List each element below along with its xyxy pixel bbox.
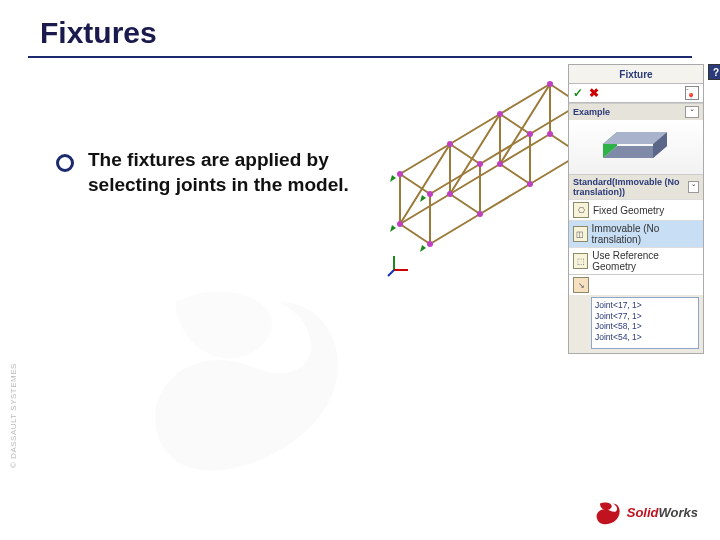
svg-point-10 <box>497 111 503 117</box>
bullet-item: The fixtures are applied by selecting jo… <box>56 148 388 197</box>
ds-watermark <box>60 250 420 510</box>
bullet-icon <box>56 154 74 172</box>
standard-label: Standard(Immovable (No translation)) <box>573 177 688 197</box>
svg-point-2 <box>497 161 503 167</box>
cancel-button[interactable]: ✖ <box>589 86 599 100</box>
fixed-geometry-icon: ⎔ <box>573 202 589 218</box>
ds-swoosh-icon <box>593 498 621 526</box>
panel-header: Fixture <box>569 65 703 84</box>
selection-icon: ↘ <box>573 277 589 293</box>
logo-works: Works <box>659 505 699 520</box>
list-item[interactable]: Joint<58, 1> <box>595 321 695 332</box>
type-label: Use Reference Geometry <box>592 250 699 272</box>
bullet-text: The fixtures are applied by selecting jo… <box>88 148 388 197</box>
standard-header[interactable]: Standard(Immovable (No translation)) ˇ <box>569 175 703 199</box>
standard-section: Standard(Immovable (No translation)) ˇ ⎔… <box>569 174 703 349</box>
selection-list[interactable]: Joint<17, 1> Joint<77, 1> Joint<58, 1> J… <box>591 297 699 349</box>
svg-point-6 <box>527 181 533 187</box>
svg-point-5 <box>477 211 483 217</box>
panel-action-bar: ✓ ✖ -📍 <box>569 84 703 103</box>
fixture-panel: Fixture ✓ ✖ -📍 Example ˇ Sta <box>568 64 704 354</box>
logo-solid: Solid <box>627 505 659 520</box>
ok-button[interactable]: ✓ <box>573 86 583 100</box>
example-section: Example ˇ <box>569 103 703 174</box>
immovable-icon: ◫ <box>573 226 588 242</box>
selection-row: ↘ <box>569 274 703 295</box>
type-immovable[interactable]: ◫ Immovable (No translation) <box>569 220 703 247</box>
list-item[interactable]: Joint<54, 1> <box>595 332 695 343</box>
svg-point-3 <box>547 131 553 137</box>
svg-point-1 <box>447 191 453 197</box>
svg-point-12 <box>427 191 433 197</box>
solidworks-logo: SolidWorks <box>593 498 698 526</box>
example-label: Example <box>573 107 610 117</box>
type-reference-geometry[interactable]: ⬚ Use Reference Geometry <box>569 247 703 274</box>
chevron-down-icon[interactable]: ˇ <box>685 106 699 118</box>
pin-icon: -📍 <box>686 84 698 102</box>
svg-point-13 <box>477 161 483 167</box>
help-button[interactable]: ? <box>708 64 720 80</box>
copyright-text: © DASSAULT SYSTEMES <box>9 363 18 468</box>
list-item[interactable]: Joint<17, 1> <box>595 300 695 311</box>
type-fixed-geometry[interactable]: ⎔ Fixed Geometry <box>569 199 703 220</box>
svg-point-4 <box>427 241 433 247</box>
svg-point-14 <box>527 131 533 137</box>
list-item[interactable]: Joint<77, 1> <box>595 311 695 322</box>
type-label: Immovable (No translation) <box>592 223 699 245</box>
panel-title: Fixture <box>619 69 652 80</box>
example-header[interactable]: Example ˇ <box>569 104 703 120</box>
svg-line-18 <box>388 270 394 276</box>
title-rule <box>28 56 692 58</box>
svg-point-11 <box>547 81 553 87</box>
svg-point-8 <box>397 171 403 177</box>
example-preview <box>569 120 703 174</box>
logo-text: SolidWorks <box>627 505 698 520</box>
chevron-down-icon[interactable]: ˇ <box>688 181 699 193</box>
origin-triad-icon <box>386 252 412 281</box>
reference-geometry-icon: ⬚ <box>573 253 588 269</box>
page-title: Fixtures <box>40 16 157 50</box>
model-viewport[interactable] <box>380 64 590 264</box>
svg-point-9 <box>447 141 453 147</box>
type-label: Fixed Geometry <box>593 205 664 216</box>
svg-point-0 <box>397 221 403 227</box>
pin-button[interactable]: -📍 <box>685 86 699 100</box>
